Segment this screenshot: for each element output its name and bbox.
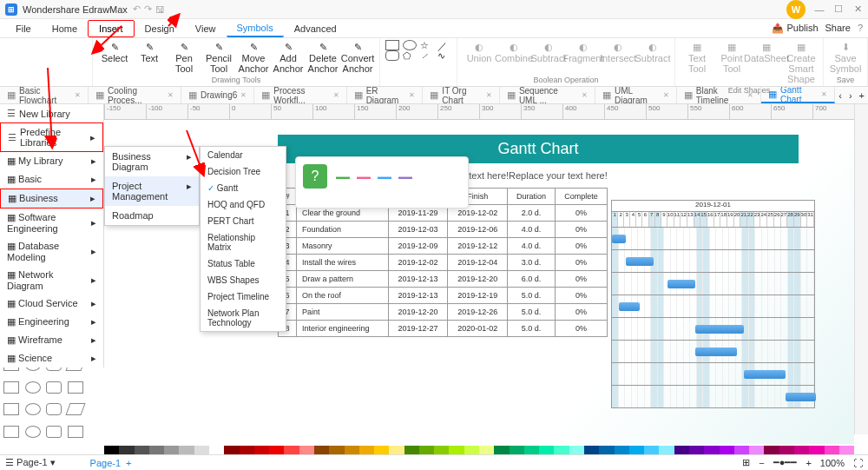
tab-close-icon[interactable]: ✕ <box>240 91 247 99</box>
page-indicator[interactable]: ☰ Page-1 ▾ <box>5 457 56 468</box>
color-swatch[interactable] <box>704 446 719 454</box>
gantt-row[interactable]: 3Masonry2019-12-092019-12-124.0 d.0% <box>279 238 608 255</box>
lib-basic[interactable]: ▦ Basic▸ <box>0 170 103 189</box>
gantt-row[interactable]: 4Install the wires2019-12-022019-12-043.… <box>279 255 608 271</box>
shape-ellipse[interactable] <box>403 40 417 50</box>
color-swatch[interactable] <box>674 446 689 454</box>
bool-subtract[interactable]: ◐Subtract <box>532 40 565 65</box>
lib-network-diagram[interactable]: ▦ Network Diagram▸ <box>0 266 103 295</box>
gantt-row[interactable]: 2Foundation2019-12-032019-12-064.0 d.0% <box>279 222 608 238</box>
color-swatch[interactable] <box>389 446 404 454</box>
tab-2[interactable]: ▦Drawing6✕ <box>181 87 254 103</box>
bool-intersect[interactable]: ◐Intersect <box>602 40 635 65</box>
sub-project-management[interactable]: Project Management▸ <box>105 176 199 206</box>
palette-shape-33[interactable] <box>25 403 41 415</box>
color-swatch[interactable] <box>434 446 449 454</box>
tab-close-icon[interactable]: ✕ <box>168 91 174 99</box>
color-swatch[interactable] <box>779 446 794 454</box>
color-swatch[interactable] <box>345 446 359 454</box>
sub2-gantt[interactable]: Gantt <box>201 180 286 196</box>
color-swatch[interactable] <box>179 446 194 454</box>
color-swatch[interactable] <box>254 446 269 454</box>
color-swatch[interactable] <box>629 446 644 454</box>
edit-create-smart-shape[interactable]: ▦Create Smart Shape <box>785 40 818 86</box>
palette-shape-35[interactable] <box>65 403 85 415</box>
palette-shape-31[interactable] <box>68 381 83 394</box>
gantt-row[interactable]: 8Interior engineering2019-12-272020-01-0… <box>279 321 608 337</box>
tab-close-icon[interactable]: ✕ <box>747 91 753 99</box>
color-swatch[interactable] <box>494 446 509 454</box>
sub-roadmap[interactable]: Roadmap <box>105 206 199 225</box>
palette-shape-34[interactable] <box>46 403 62 415</box>
palette-shape-39[interactable] <box>68 426 83 438</box>
color-swatch[interactable] <box>240 446 254 454</box>
tab-6[interactable]: ▦Sequence UML ...✕ <box>500 87 595 103</box>
color-swatch[interactable] <box>749 446 764 454</box>
color-swatch[interactable] <box>404 446 419 454</box>
color-swatch[interactable] <box>839 446 854 454</box>
menu-insert[interactable]: Insert <box>88 20 135 37</box>
gantt-bar[interactable] <box>786 393 816 401</box>
gantt-bar[interactable] <box>695 325 744 334</box>
color-swatch[interactable] <box>584 446 599 454</box>
page-tab[interactable]: Page-1 <box>90 458 121 468</box>
color-swatch[interactable] <box>689 446 704 454</box>
tab-7[interactable]: ▦UML Diagram✕ <box>595 87 677 103</box>
gantt-bar[interactable] <box>626 257 654 266</box>
color-swatch[interactable] <box>194 446 209 454</box>
color-swatch[interactable] <box>359 446 374 454</box>
right-panel[interactable] <box>854 104 868 434</box>
menu-view[interactable]: View <box>185 21 227 36</box>
color-swatch[interactable] <box>135 446 149 454</box>
color-swatch[interactable] <box>539 446 554 454</box>
gantt-bar[interactable] <box>612 235 626 243</box>
sub2-pert-chart[interactable]: PERT Chart <box>201 213 286 229</box>
tab-close-icon[interactable]: ✕ <box>486 91 492 99</box>
tool-move-anchor[interactable]: ✎Move Anchor <box>237 40 270 76</box>
tab-close-icon[interactable]: ✕ <box>821 90 827 98</box>
tab-close-icon[interactable]: ✕ <box>75 91 81 99</box>
tool-pencil-tool[interactable]: ✎Pencil Tool <box>202 40 235 76</box>
zoom-in-button[interactable]: + <box>806 458 811 468</box>
lib-engineering[interactable]: ▦ Engineering▸ <box>0 313 103 331</box>
shape-roundrect[interactable] <box>385 50 399 61</box>
shape-rect[interactable] <box>385 40 399 50</box>
tab-3[interactable]: ▦Process Workfl...✕ <box>254 87 346 103</box>
menu-design[interactable]: Design <box>135 21 185 36</box>
color-swatch[interactable] <box>720 446 734 454</box>
lib-my-library[interactable]: ▦ My Library▸ <box>0 152 103 170</box>
tool-text[interactable]: ✎Text <box>133 40 166 76</box>
edit-text-tool[interactable]: ▦Text Tool <box>681 40 713 86</box>
tab-close-icon[interactable]: ✕ <box>333 91 339 99</box>
color-swatch[interactable] <box>269 446 284 454</box>
color-swatch[interactable] <box>419 446 434 454</box>
sub2-decision-tree[interactable]: Decision Tree <box>201 163 286 180</box>
palette-shape-30[interactable] <box>46 381 62 394</box>
minimize-icon[interactable]: — <box>814 4 825 15</box>
palette-shape-36[interactable] <box>3 426 19 438</box>
undo-icon[interactable]: ↶ <box>133 3 141 15</box>
zoom-slider[interactable]: ━●━━ <box>773 457 798 468</box>
bool-subtract[interactable]: ◐Subtract <box>636 40 669 65</box>
color-swatch[interactable] <box>764 446 779 454</box>
gantt-bar[interactable] <box>667 280 695 288</box>
tool-pen-tool[interactable]: ✎Pen Tool <box>168 40 201 76</box>
tab-prev[interactable]: ‹ <box>835 90 845 101</box>
gantt-row[interactable]: 7Paint2019-12-202019-12-265.0 d.0% <box>279 304 608 321</box>
close-icon[interactable]: ✕ <box>852 3 863 15</box>
tab-close-icon[interactable]: ✕ <box>409 91 415 99</box>
gantt-bar[interactable] <box>744 370 786 379</box>
palette-shape-32[interactable] <box>3 403 19 415</box>
new-library-button[interactable]: ☰ New Library <box>0 104 103 122</box>
tab-close-icon[interactable]: ✕ <box>663 91 669 99</box>
tool-delete-anchor[interactable]: ✎Delete Anchor <box>306 40 339 76</box>
color-swatch[interactable] <box>644 446 659 454</box>
share-button[interactable]: Share <box>825 23 851 34</box>
publish-button[interactable]: 📤 Publish <box>772 23 818 34</box>
redo-icon[interactable]: ↷ <box>144 3 152 15</box>
tab-9[interactable]: ▦Gantt Chart✕ <box>761 87 835 103</box>
sub2-network-plan-technology[interactable]: Network Plan Technology <box>201 305 286 331</box>
color-swatch[interactable] <box>329 446 344 454</box>
tool-add-anchor[interactable]: ✎Add Anchor <box>272 40 305 76</box>
color-swatch[interactable] <box>119 446 134 454</box>
